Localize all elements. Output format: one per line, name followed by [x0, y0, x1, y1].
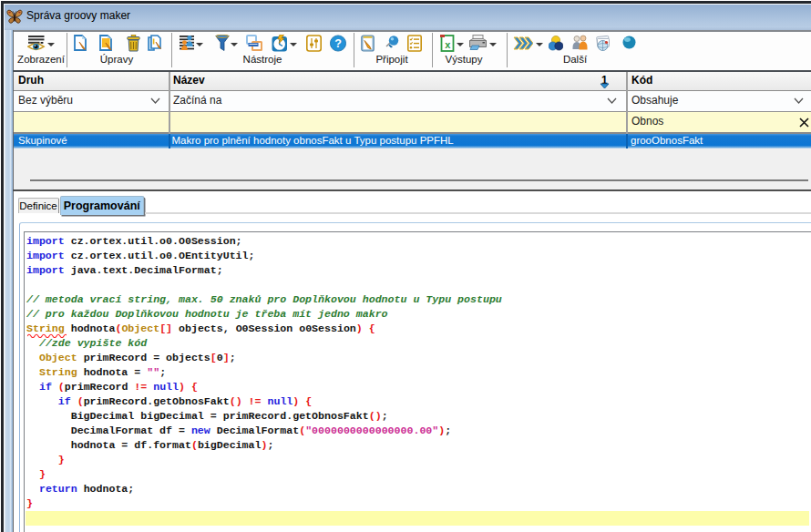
svg-text:x: x: [445, 39, 451, 50]
svg-text:?: ?: [334, 37, 342, 50]
